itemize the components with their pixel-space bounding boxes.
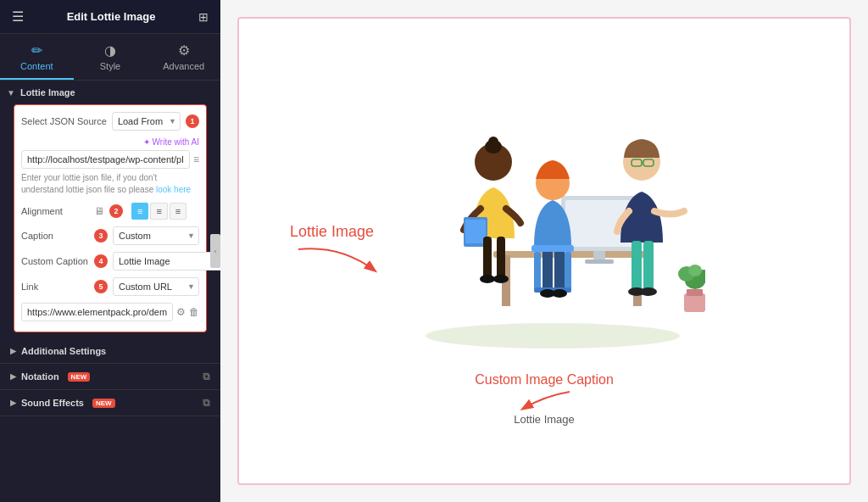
panel-title: Edit Lottie Image xyxy=(67,10,156,23)
right-panel: Lottie Image xyxy=(220,0,868,502)
preview-canvas: Lottie Image xyxy=(237,17,851,485)
lottie-collapse-arrow: ▼ xyxy=(7,88,15,98)
url-copy-icon[interactable]: ≡ xyxy=(193,153,199,165)
badge-4: 4 xyxy=(94,254,108,268)
ai-write-button[interactable]: Write with AI xyxy=(143,137,199,147)
notation-header[interactable]: ▶ Notation NEW ⧉ xyxy=(0,364,220,389)
svg-rect-31 xyxy=(643,241,654,292)
align-left-btn[interactable]: ≡ xyxy=(131,203,148,220)
badge-1: 1 xyxy=(186,114,199,128)
badge-3: 3 xyxy=(94,229,108,243)
badge-2: 2 xyxy=(109,204,123,218)
alignment-buttons: ≡ ≡ ≡ xyxy=(131,203,186,220)
svg-point-33 xyxy=(640,287,657,296)
advanced-tab-label: Advanced xyxy=(163,61,204,71)
panel-collapse-handle[interactable]: ‹ xyxy=(210,234,220,268)
svg-rect-13 xyxy=(483,237,492,279)
style-tab-label: Style xyxy=(100,61,120,71)
link-label: Link xyxy=(21,282,89,292)
select-json-row: Select JSON Source Load From URL Media L… xyxy=(21,112,199,131)
link-select[interactable]: None Custom URL Media File xyxy=(113,277,199,296)
badge-5: 5 xyxy=(94,280,108,293)
svg-point-16 xyxy=(493,275,509,283)
left-panel-wrapper: ☰ Edit Lottie Image ⊞ ✏ Content ◑ Style … xyxy=(0,0,220,502)
alignment-row: Alignment 🖥 2 ≡ ≡ ≡ xyxy=(21,203,199,220)
tab-advanced[interactable]: ⚙ Advanced xyxy=(147,34,220,80)
notation-badge: NEW xyxy=(68,372,91,382)
svg-rect-35 xyxy=(687,289,703,296)
svg-point-39 xyxy=(688,265,702,276)
url-input[interactable] xyxy=(21,150,190,169)
url-input-row: ≡ xyxy=(21,150,199,169)
notation-arrow: ▶ xyxy=(10,372,16,381)
link-gear-icon[interactable]: ⚙ xyxy=(176,306,186,318)
tab-content[interactable]: ✏ Content xyxy=(0,34,74,80)
advanced-tab-icon: ⚙ xyxy=(178,42,190,59)
menu-icon[interactable]: ☰ xyxy=(12,8,24,25)
svg-point-10 xyxy=(488,137,498,147)
svg-rect-12 xyxy=(465,220,486,243)
custom-caption-input[interactable] xyxy=(113,252,220,271)
custom-caption-row: Custom Caption 4 🗑 xyxy=(21,252,199,271)
lottie-label-group: Lottie Image xyxy=(290,223,392,283)
lottie-image-section: Select JSON Source Load From URL Media L… xyxy=(14,104,207,332)
svg-point-25 xyxy=(552,289,567,298)
link-trash-icon[interactable]: 🗑 xyxy=(189,306,199,318)
helper-link[interactable]: look here xyxy=(156,185,191,194)
caption-select-wrap: None Custom Title Description ▼ xyxy=(113,226,199,245)
svg-rect-7 xyxy=(585,259,614,264)
tab-style[interactable]: ◑ Style xyxy=(74,34,147,80)
svg-rect-19 xyxy=(554,245,565,292)
content-tab-label: Content xyxy=(20,61,53,71)
align-center-btn[interactable]: ≡ xyxy=(150,203,167,220)
select-json-wrap: Load From URL Media Library ▼ xyxy=(112,112,181,131)
svg-rect-30 xyxy=(632,241,642,292)
svg-rect-21 xyxy=(534,252,541,290)
left-panel: ☰ Edit Lottie Image ⊞ ✏ Content ◑ Style … xyxy=(0,0,220,502)
svg-rect-14 xyxy=(497,237,505,279)
caption-label: Caption xyxy=(21,231,89,241)
additional-arrow: ▶ xyxy=(10,347,16,355)
custom-caption-label: Custom Caption xyxy=(21,256,89,266)
bottom-caption-area: Custom Image Caption Lottie Image xyxy=(475,372,614,426)
sound-effects-header[interactable]: ▶ Sound Effects NEW ⧉ xyxy=(0,390,220,416)
link-url-row: ⚙ 🗑 xyxy=(21,303,199,321)
lottie-image-label: Lottie Image xyxy=(290,223,374,241)
panel-tabs: ✏ Content ◑ Style ⚙ Advanced xyxy=(0,34,220,81)
lottie-arrow-svg xyxy=(290,241,392,283)
additional-settings-header[interactable]: ▶ Additional Settings xyxy=(0,339,220,363)
style-tab-icon: ◑ xyxy=(104,42,116,59)
caption-arrow-svg xyxy=(510,388,578,413)
helper-text: Enter your lottie json file, if you don'… xyxy=(21,172,199,196)
lottie-section-title: Lottie Image xyxy=(20,87,75,98)
link-url-input[interactable] xyxy=(21,303,173,321)
svg-rect-18 xyxy=(542,245,553,292)
grid-icon[interactable]: ⊞ xyxy=(198,10,209,24)
caption-heading: Custom Image Caption xyxy=(475,372,614,388)
lottie-section-header[interactable]: ▼ Lottie Image xyxy=(7,87,214,98)
link-row: Link 5 None Custom URL Media File ▼ xyxy=(21,277,199,296)
align-right-btn[interactable]: ≡ xyxy=(170,203,186,220)
notation-section: ▶ Notation NEW ⧉ xyxy=(0,364,220,390)
notation-section-icon[interactable]: ⧉ xyxy=(203,371,210,382)
content-tab-icon: ✏ xyxy=(31,42,42,59)
link-select-wrap: None Custom URL Media File ▼ xyxy=(113,277,199,296)
select-json-label: Select JSON Source xyxy=(21,116,107,126)
select-json-source[interactable]: Load From URL Media Library xyxy=(112,112,181,131)
notation-title: Notation xyxy=(21,371,59,382)
sound-effects-section: ▶ Sound Effects NEW ⧉ xyxy=(0,390,220,416)
sound-effects-title: Sound Effects xyxy=(21,398,84,408)
svg-point-0 xyxy=(426,323,680,349)
additional-settings-title: Additional Settings xyxy=(21,346,106,356)
panel-content: ▼ Lottie Image Select JSON Source Load F… xyxy=(0,81,220,502)
caption-row: Caption 3 None Custom Title Description … xyxy=(21,226,199,245)
caption-select[interactable]: None Custom Title Description xyxy=(113,226,199,245)
caption-text: Lottie Image xyxy=(514,413,575,426)
sound-effects-section-icon[interactable]: ⧉ xyxy=(203,397,210,409)
alignment-label: Alignment xyxy=(21,206,89,216)
svg-point-15 xyxy=(480,275,495,283)
additional-settings-section: ▶ Additional Settings xyxy=(0,339,220,364)
sound-effects-arrow: ▶ xyxy=(10,399,16,407)
svg-rect-20 xyxy=(531,245,574,252)
svg-rect-34 xyxy=(684,293,705,312)
